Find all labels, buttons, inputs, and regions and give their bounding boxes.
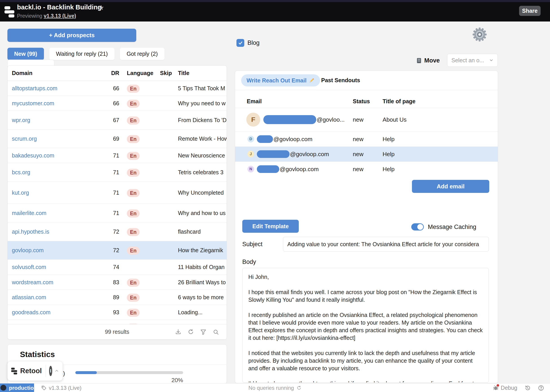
language-cell: En xyxy=(127,204,140,222)
queries-status-label: No queries running xyxy=(248,385,294,391)
dr-value: 66 xyxy=(97,96,119,111)
version-link[interactable]: v1.3.13 (Live) xyxy=(44,13,76,19)
language-cell: En xyxy=(127,81,140,96)
table-row[interactable]: govloop.com72EnHow the Ziegarnik xyxy=(8,241,226,260)
language-cell: En xyxy=(127,96,140,111)
table-row[interactable]: solvusoft.com7411 Habits of Organ xyxy=(8,260,226,275)
language-badge: En xyxy=(127,169,140,177)
email-row[interactable]: N@govloop.comnewHelp xyxy=(235,162,498,176)
email-panel-tabs: Write Reach Out Email Past Sendouts xyxy=(235,71,498,90)
body-textarea[interactable]: Hi John, I hope this email finds you wel… xyxy=(242,268,489,383)
file-cabinet-icon xyxy=(416,57,422,64)
history-icon[interactable] xyxy=(524,385,531,391)
statistics-title: Statistics xyxy=(20,350,55,359)
table-row[interactable]: En xyxy=(8,320,226,324)
domain-link[interactable]: atlassian.com xyxy=(12,290,46,305)
gear-icon[interactable] xyxy=(472,27,487,42)
title-cell: 6 ways to be more xyxy=(178,290,226,305)
email-suffix: @govloop.com xyxy=(280,162,319,176)
refresh-icon[interactable] xyxy=(296,385,302,391)
environment-avatar[interactable]: I xyxy=(49,366,52,376)
domain-link[interactable]: mailerlite.com xyxy=(12,204,46,222)
col-title[interactable]: Title xyxy=(178,66,189,81)
redacted-email-bar xyxy=(257,165,279,173)
debug-button[interactable]: Debug xyxy=(493,385,517,391)
domain-link[interactable]: bcs.org xyxy=(12,163,30,182)
language-cell: En xyxy=(127,182,140,204)
favorite-star-icon[interactable]: ★ xyxy=(98,4,104,11)
previewing-line: Previewing v1.3.13 (Live) xyxy=(17,13,76,19)
table-row[interactable]: goodreads.com93EnLoading... xyxy=(8,305,226,320)
subject-input[interactable] xyxy=(283,237,489,252)
email-row[interactable]: F@govloo...newAbout Us xyxy=(235,108,498,132)
download-icon[interactable] xyxy=(175,329,181,335)
language-badge: En xyxy=(127,228,140,236)
debug-label: Debug xyxy=(501,385,517,391)
refresh-icon[interactable] xyxy=(188,329,194,335)
language-cell: En xyxy=(127,241,140,259)
col-language[interactable]: Language xyxy=(127,66,153,81)
domain-link[interactable]: bakadesuyo.com xyxy=(12,148,54,163)
header-top-strip xyxy=(0,0,550,2)
domain-link[interactable]: wordstream.com xyxy=(12,275,53,290)
filter-icon[interactable] xyxy=(200,329,206,335)
help-icon[interactable] xyxy=(538,385,544,391)
col-domain[interactable]: Domain xyxy=(12,66,33,81)
col-dr[interactable]: DR xyxy=(97,66,119,81)
domain-link[interactable]: wpr.org xyxy=(12,111,30,129)
redacted-email-bar xyxy=(257,150,289,158)
dr-value: 71 xyxy=(97,163,119,182)
progress-percent-label: 20% xyxy=(162,377,183,384)
title-cell: Why you need to w xyxy=(178,96,226,111)
chevron-up-icon[interactable] xyxy=(55,369,59,373)
title-cell: flashcard xyxy=(178,223,226,241)
reached-out-progressbar xyxy=(75,371,183,374)
table-row[interactable]: alltopstartups.com66En5 Tips That Took M xyxy=(8,81,226,96)
domain-link[interactable]: kut.org xyxy=(12,182,29,204)
domain-link[interactable]: mycustomer.com xyxy=(12,96,54,111)
tab-write-reach-out-email[interactable]: Write Reach Out Email xyxy=(241,74,320,86)
tab-past-sendouts[interactable]: Past Sendouts xyxy=(321,71,360,90)
domain-link[interactable]: scrum.org xyxy=(12,129,37,148)
domain-link[interactable]: solvusoft.com xyxy=(12,260,46,275)
title-cell: 5 Tips That Took M xyxy=(178,81,226,96)
table-row[interactable]: mailerlite.com71EnWhy and how to us xyxy=(8,204,226,223)
prospect-tab-2[interactable]: Got reply (2) xyxy=(120,48,164,60)
search-icon[interactable] xyxy=(213,329,219,335)
status-value: new xyxy=(353,147,364,161)
table-row[interactable]: scrum.org69EnRemote Work - How xyxy=(8,129,226,148)
avatar: F xyxy=(246,113,260,126)
add-prospects-button[interactable]: + Add prospects xyxy=(7,29,136,42)
table-row[interactable]: kut.org71EnWhy Uncompleted xyxy=(8,182,226,204)
share-button[interactable]: Share xyxy=(519,6,541,16)
edit-template-button[interactable]: Edit Template xyxy=(242,220,299,233)
blog-checkbox[interactable] xyxy=(236,39,244,47)
email-row[interactable]: J@govloop.comnewHelp xyxy=(235,147,498,162)
status-bar: production v1.3.13 (Live) No queries run… xyxy=(0,383,550,392)
table-row[interactable]: bcs.org71EnTetris celebrates 3 xyxy=(8,163,226,182)
col-skip[interactable]: Skip xyxy=(160,66,172,81)
table-row[interactable]: mycustomer.com66EnWhy you need to w xyxy=(8,96,226,111)
message-caching-toggle[interactable] xyxy=(411,223,424,231)
language-cell: En xyxy=(127,290,140,305)
table-row[interactable]: api.hypothes.is72Enflashcard xyxy=(8,223,226,241)
domain-link[interactable]: api.hypothes.is xyxy=(12,223,49,241)
prospect-tab-0[interactable]: New (99) xyxy=(7,48,44,60)
table-row[interactable]: bakadesuyo.com71EnNew Neuroscience xyxy=(8,148,226,163)
domain-link[interactable]: govloop.com xyxy=(12,241,44,259)
blog-checkbox-label[interactable]: Blog xyxy=(247,39,260,47)
page-title-value: Help xyxy=(383,147,395,161)
retool-watermark[interactable]: Retool I xyxy=(7,361,63,381)
prospect-tab-1[interactable]: Waiting for reply (21) xyxy=(49,48,114,60)
email-row[interactable]: D@govloop.comnewHelp xyxy=(235,132,498,147)
move-button[interactable]: Move xyxy=(416,55,440,66)
add-email-button[interactable]: Add email xyxy=(412,180,489,193)
domain-link[interactable]: goodreads.com xyxy=(12,305,50,320)
table-row[interactable]: wpr.org67EnFrom Dickens To 'D xyxy=(8,111,226,129)
table-row[interactable]: atlassian.com89En6 ways to be more xyxy=(8,290,226,305)
move-target-select[interactable]: Select an o... xyxy=(447,54,498,67)
language-badge: En xyxy=(127,152,140,160)
title-cell: New Neuroscience xyxy=(178,148,226,163)
domain-link[interactable]: alltopstartups.com xyxy=(12,81,57,96)
table-row[interactable]: wordstream.com83En26 Brilliant Ways to xyxy=(8,275,226,290)
